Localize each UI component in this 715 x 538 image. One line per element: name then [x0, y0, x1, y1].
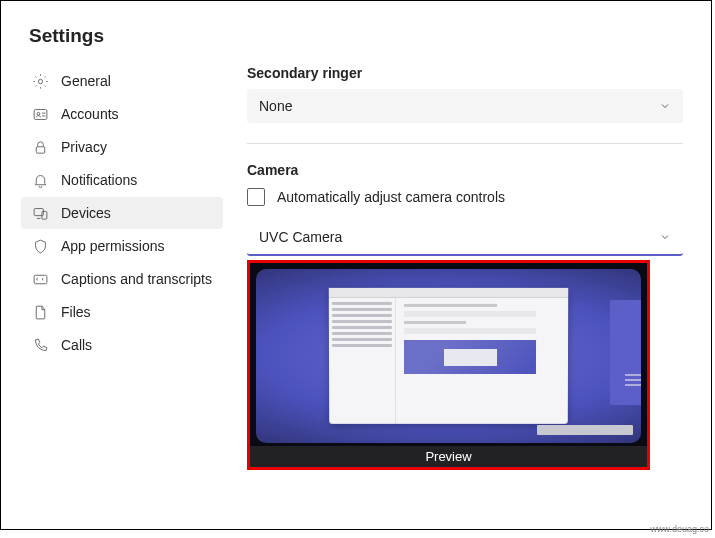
sidebar-item-privacy[interactable]: Privacy: [21, 131, 223, 163]
sidebar-item-captions[interactable]: Captions and transcripts: [21, 263, 223, 295]
chevron-down-icon: [659, 231, 671, 243]
svg-rect-6: [34, 275, 47, 284]
preview-taskbar: [537, 425, 633, 435]
camera-preview: ☆ Preview: [247, 260, 650, 470]
sidebar-item-label: Notifications: [61, 172, 137, 188]
auto-adjust-checkbox[interactable]: [247, 188, 265, 206]
phone-icon: [31, 336, 49, 354]
section-divider: [247, 143, 683, 144]
secondary-ringer-select[interactable]: None: [247, 89, 683, 123]
camera-preview-label: Preview: [250, 446, 647, 467]
sidebar-item-accounts[interactable]: Accounts: [21, 98, 223, 130]
auto-adjust-label: Automatically adjust camera controls: [277, 189, 505, 205]
svg-point-2: [36, 112, 39, 115]
auto-adjust-checkbox-row[interactable]: Automatically adjust camera controls: [247, 188, 683, 206]
svg-point-0: [38, 79, 42, 83]
preview-side-panel: ☆: [610, 300, 641, 404]
settings-main: Secondary ringer None Camera Automatical…: [247, 65, 683, 470]
camera-heading: Camera: [247, 162, 683, 178]
sidebar-item-label: Files: [61, 304, 91, 320]
file-icon: [31, 303, 49, 321]
sidebar-item-files[interactable]: Files: [21, 296, 223, 328]
settings-sidebar: General Accounts Privacy Notifications: [21, 65, 223, 470]
svg-rect-3: [36, 146, 45, 152]
sidebar-item-label: Calls: [61, 337, 92, 353]
watermark: www.deuag.co: [650, 524, 709, 534]
svg-rect-1: [34, 109, 47, 119]
sidebar-item-calls[interactable]: Calls: [21, 329, 223, 361]
sidebar-item-devices[interactable]: Devices: [21, 197, 223, 229]
camera-value: UVC Camera: [259, 229, 342, 245]
captions-icon: [31, 270, 49, 288]
lock-icon: [31, 138, 49, 156]
devices-icon: [31, 204, 49, 222]
sidebar-item-app-permissions[interactable]: App permissions: [21, 230, 223, 262]
preview-monitor: [329, 288, 568, 424]
bell-icon: [31, 171, 49, 189]
sidebar-item-label: App permissions: [61, 238, 165, 254]
camera-preview-feed: ☆: [256, 269, 641, 443]
chevron-down-icon: [659, 100, 671, 112]
sidebar-item-label: Accounts: [61, 106, 119, 122]
sidebar-item-label: Privacy: [61, 139, 107, 155]
id-card-icon: [31, 105, 49, 123]
sidebar-item-label: Devices: [61, 205, 111, 221]
sidebar-item-general[interactable]: General: [21, 65, 223, 97]
shield-icon: [31, 237, 49, 255]
gear-icon: [31, 72, 49, 90]
sidebar-item-notifications[interactable]: Notifications: [21, 164, 223, 196]
page-title: Settings: [1, 1, 711, 65]
sidebar-item-label: General: [61, 73, 111, 89]
camera-select[interactable]: UVC Camera: [247, 220, 683, 256]
secondary-ringer-value: None: [259, 98, 292, 114]
secondary-ringer-heading: Secondary ringer: [247, 65, 683, 81]
sidebar-item-label: Captions and transcripts: [61, 271, 212, 287]
